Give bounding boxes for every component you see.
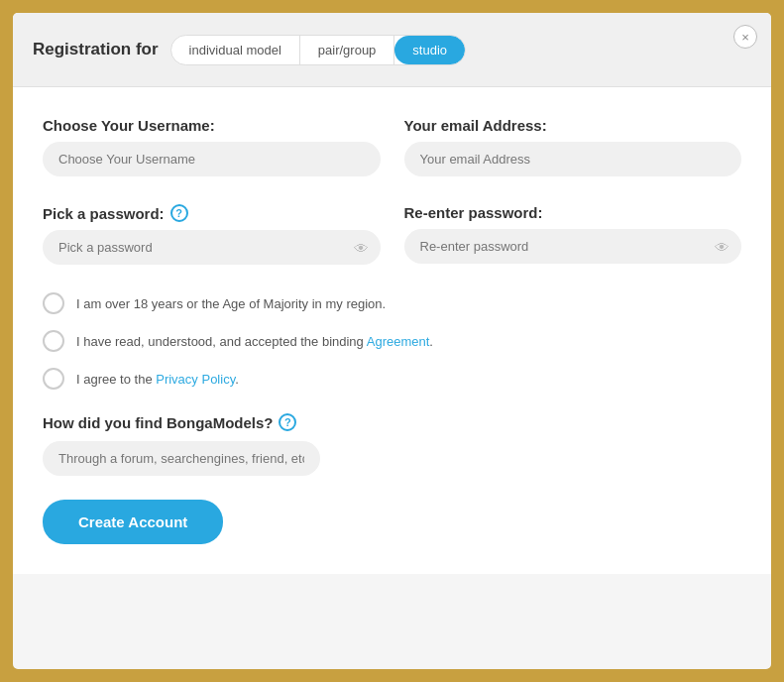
agreement-link[interactable]: Agreement — [367, 334, 430, 349]
username-group: Choose Your Username: — [43, 117, 381, 176]
password-eye-icon[interactable]: 👁 — [354, 239, 369, 256]
modal-body: Choose Your Username: Your email Address… — [13, 87, 771, 574]
modal-header: Registration for individual model pair/g… — [13, 13, 771, 87]
privacy-checkbox[interactable] — [43, 368, 64, 390]
tab-individual-model[interactable]: individual model — [171, 36, 300, 64]
how-found-section: How did you find BongaModels? ? — [43, 413, 741, 476]
reenter-password-input[interactable] — [404, 229, 742, 264]
password-group: Pick a password: ? 👁 — [43, 204, 381, 265]
how-found-help-icon[interactable]: ? — [279, 413, 296, 431]
age-checkbox-text: I am over 18 years or the Age of Majorit… — [76, 296, 386, 311]
email-group: Your email Address: — [404, 117, 742, 176]
agreement-checkbox[interactable] — [43, 330, 64, 352]
email-input[interactable] — [404, 142, 742, 176]
email-label: Your email Address: — [404, 117, 742, 134]
how-found-label: How did you find BongaModels? — [43, 414, 273, 431]
how-found-label-row: How did you find BongaModels? ? — [43, 413, 741, 431]
password-label: Pick a password: ? — [43, 204, 381, 222]
privacy-policy-link[interactable]: Privacy Policy — [156, 372, 235, 387]
age-checkbox-row: I am over 18 years or the Age of Majorit… — [43, 292, 741, 314]
registration-modal: Registration for individual model pair/g… — [10, 10, 774, 672]
reenter-eye-icon[interactable]: 👁 — [715, 238, 729, 255]
tab-pair-group[interactable]: pair/group — [300, 36, 395, 64]
password-wrapper: 👁 — [43, 230, 381, 265]
privacy-checkbox-row: I agree to the Privacy Policy. — [43, 368, 741, 390]
password-help-icon[interactable]: ? — [170, 204, 188, 222]
username-input[interactable] — [43, 142, 381, 176]
registration-type-tabs: individual model pair/group studio — [170, 35, 466, 65]
how-found-input[interactable] — [43, 441, 320, 476]
create-account-button[interactable]: Create Account — [43, 500, 223, 544]
password-row: Pick a password: ? 👁 Re-enter password: … — [43, 204, 741, 265]
username-email-row: Choose Your Username: Your email Address… — [43, 117, 741, 176]
close-button[interactable]: × — [733, 25, 757, 49]
reenter-password-wrapper: 👁 — [404, 229, 742, 264]
reenter-password-label: Re-enter password: — [404, 204, 742, 221]
tab-studio[interactable]: studio — [394, 36, 465, 64]
checkboxes-section: I am over 18 years or the Age of Majorit… — [43, 292, 741, 390]
password-input[interactable] — [43, 230, 381, 265]
reenter-password-group: Re-enter password: 👁 — [404, 204, 742, 265]
age-checkbox[interactable] — [43, 292, 64, 314]
agreement-checkbox-text: I have read, understood, and accepted th… — [76, 334, 433, 349]
privacy-checkbox-text: I agree to the Privacy Policy. — [76, 372, 239, 387]
agreement-checkbox-row: I have read, understood, and accepted th… — [43, 330, 741, 352]
registration-label: Registration for — [33, 40, 159, 59]
username-label: Choose Your Username: — [43, 117, 381, 134]
